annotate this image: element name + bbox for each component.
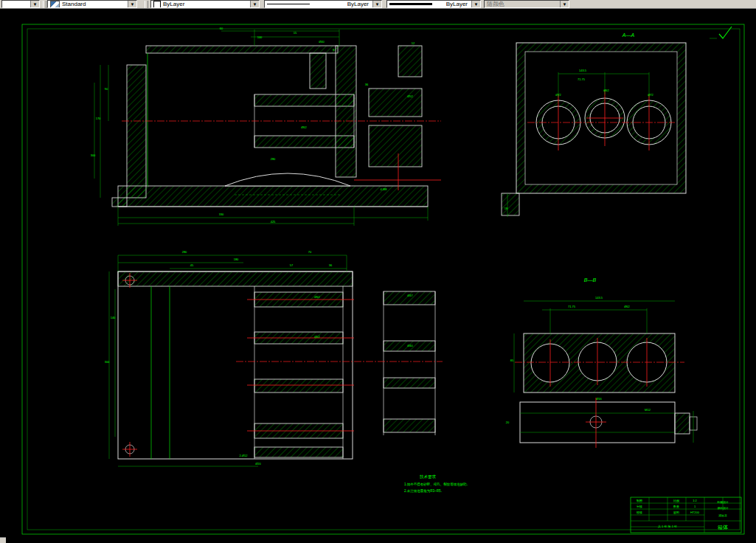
layer-combo[interactable]: ▼ xyxy=(1,0,40,8)
notes-line-2: 2.未注铸造圆角为R3~R5。 xyxy=(404,489,444,494)
drawing-notes: 技术要求 1.铸件不得有砂眼、缩孔、裂纹等铸造缺陷。 2.未注铸造圆角为R3~R… xyxy=(404,474,470,494)
chevron-down-icon[interactable]: ▼ xyxy=(372,1,381,7)
check-mark-icon xyxy=(710,27,732,38)
dimension-label: 280 xyxy=(271,157,276,161)
dimension-label: 60 xyxy=(220,27,223,30)
dimension-label: Ø52 xyxy=(407,94,413,98)
view-plan xyxy=(109,255,443,466)
titleblock-text: 减速器 xyxy=(718,513,727,517)
dimension-label: 143.5 xyxy=(595,296,603,300)
dimension-label: 280 xyxy=(182,250,187,254)
chevron-down-icon[interactable]: ▼ xyxy=(471,1,480,7)
plotstyle-control-combo: 随颜色 ▼ xyxy=(484,0,569,8)
dimension-label: 36 xyxy=(329,263,333,267)
view-section-aa: A—A xyxy=(502,32,686,217)
plotstyle-control-value: 随颜色 xyxy=(487,1,504,7)
dimension-label: Ø16 xyxy=(596,397,602,401)
window-corner xyxy=(0,537,6,543)
dimension-label: 425 xyxy=(271,220,276,224)
top-toolbar: ▼ Standard ▼ ByLayer ▼ ByLayer ▼ ByLayer… xyxy=(0,0,756,9)
part-name: 箱体 xyxy=(717,525,728,530)
section-aa-label: A—A xyxy=(622,32,635,38)
cad-drawing: A—A xyxy=(0,9,756,543)
titleblock-text: 课程设计 xyxy=(717,506,728,510)
dimension-label: 4-M8 xyxy=(380,187,387,191)
titleblock-text: 共 1 张 第 1 张 xyxy=(658,525,677,528)
dimension-label: 36 xyxy=(365,83,369,86)
lineweight-control-combo[interactable]: ByLayer ▼ xyxy=(386,0,481,8)
titleblock-text: 审核 xyxy=(637,505,642,508)
chevron-down-icon[interactable]: ▼ xyxy=(250,1,259,7)
dimension-label: Ø52 xyxy=(314,335,320,339)
dimension-label: Ø62 xyxy=(624,305,630,308)
color-swatch-icon xyxy=(153,1,161,7)
dim-style-value: Standard xyxy=(62,1,86,7)
dimension-label: 180 xyxy=(234,257,239,261)
dimension-label: 71.75 xyxy=(568,305,576,308)
linetype-line-icon xyxy=(267,4,310,4)
dimension-label: 170 xyxy=(96,117,101,120)
titleblock-text: 制图 xyxy=(637,499,642,503)
dimension-label: Ø62 xyxy=(314,295,320,299)
dimension-label: 85 xyxy=(510,359,514,362)
dimension-label: M12 xyxy=(645,408,651,412)
titleblock-text: 1:2 xyxy=(693,499,697,502)
dimension-label: 300 xyxy=(105,360,110,364)
dim-style-icon xyxy=(50,1,60,7)
dimension-label: 45 xyxy=(190,263,194,267)
titleblock-text: 比例 xyxy=(673,499,679,503)
view-section-bb: B—B xyxy=(514,277,697,448)
dimension-label: 2-Ø12 xyxy=(239,454,248,457)
dimension-label: 57 xyxy=(290,263,294,267)
chevron-down-icon: ▼ xyxy=(560,1,569,7)
color-control-value: ByLayer xyxy=(163,1,184,7)
toolbar-grip xyxy=(43,1,46,8)
view-main-section xyxy=(94,30,441,226)
dimension-label: Ø72 xyxy=(555,93,561,97)
color-control-combo[interactable]: ByLayer ▼ xyxy=(150,0,260,8)
notes-line-1: 1.铸件不得有砂眼、缩孔、裂纹等铸造缺陷。 xyxy=(404,482,470,487)
chevron-down-icon[interactable]: ▼ xyxy=(30,1,39,7)
lineweight-control-value: ByLayer xyxy=(446,1,469,7)
dimension-label: Ø62 xyxy=(301,125,307,129)
titleblock-text: 材料 xyxy=(673,511,679,515)
chevron-down-icon[interactable]: ▼ xyxy=(128,1,136,7)
titleblock-text: 数量 xyxy=(673,505,679,508)
dimension-label: Ø72 xyxy=(648,93,653,97)
titleblock-text: 机械设计 xyxy=(716,500,728,504)
dimension-label: 20 xyxy=(506,421,510,424)
dimension-label: 330 xyxy=(219,212,224,216)
dimension-label: Ø47 xyxy=(407,294,413,297)
titleblock-text: HT200 xyxy=(690,511,700,514)
toolbar-grip xyxy=(145,1,148,8)
linetype-control-combo[interactable]: ByLayer ▼ xyxy=(264,0,382,8)
dimension-label: 90 xyxy=(105,87,108,91)
dimension-label: 140 xyxy=(111,316,116,319)
dimension-label: 15 xyxy=(294,31,297,35)
section-bb-label: B—B xyxy=(584,277,597,283)
dimension-label: 12 xyxy=(412,41,415,45)
layer-combo-field xyxy=(2,1,30,7)
titleblock-text: 校核 xyxy=(636,511,642,514)
drawing-canvas[interactable]: A—A xyxy=(0,9,756,543)
dimension-label: 300 xyxy=(91,153,96,157)
dimension-label: 18 xyxy=(504,207,508,210)
linetype-control-value: ByLayer xyxy=(347,1,370,7)
dimension-label: Ø20 xyxy=(255,462,261,466)
dimension-label: 100 xyxy=(257,35,263,39)
dimension-label: Ø40 xyxy=(319,40,325,44)
notes-title: 技术要求 xyxy=(420,474,437,480)
dimension-label: 70 xyxy=(308,250,312,254)
dimension-label: 71.75 xyxy=(578,77,586,81)
dimension-label: Ø62 xyxy=(603,89,609,92)
title-block: 箱体 制图审核校核比例1:2数量1材料HT200机械设计课程设计减速器共 1 张… xyxy=(631,497,741,533)
dimension-label: 143.5 xyxy=(579,69,587,72)
dim-style-combo[interactable]: Standard ▼ xyxy=(47,0,137,8)
lineweight-line-icon xyxy=(389,3,432,5)
dimension-label: Ø40 xyxy=(407,344,413,347)
titleblock-text: 1 xyxy=(694,505,696,508)
